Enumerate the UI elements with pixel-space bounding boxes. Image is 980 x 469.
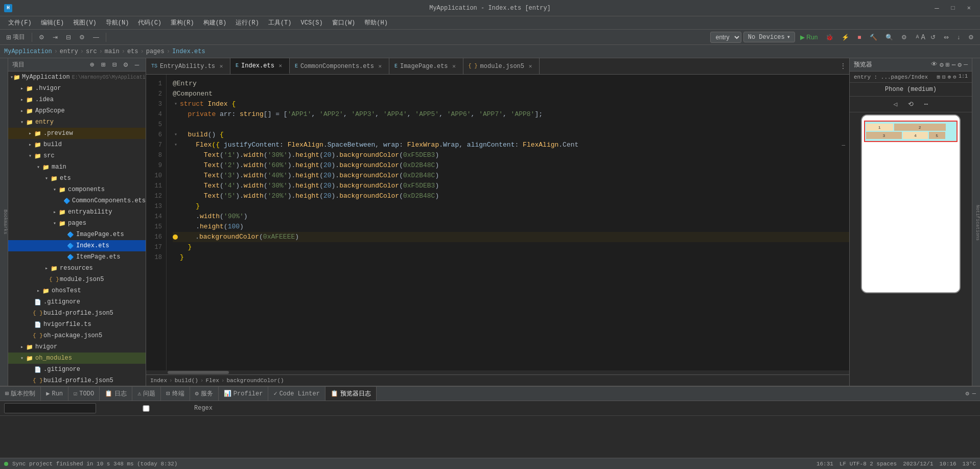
bottom-tab-log[interactable]: 📋 日志 — [100, 387, 132, 401]
preview-grid-icon[interactable]: ⊡ — [942, 74, 946, 80]
breadcrumb-item-ets[interactable]: ets — [127, 48, 138, 55]
bottom-tab-previewlog[interactable]: 📋 预览器日志 — [325, 387, 377, 401]
tab-close-commoncomponents[interactable]: ✕ — [377, 63, 384, 70]
tab-close-indexets[interactable]: ✕ — [277, 62, 284, 69]
breadcrumb-build[interactable]: build() — [175, 378, 198, 384]
fold-btn-3[interactable]: ▾ — [173, 101, 179, 107]
sidebar-settings-btn[interactable]: ⚙ — [121, 60, 130, 69]
menu-view[interactable]: 视图(V) — [69, 17, 101, 28]
indent-btn[interactable]: ⇥ — [50, 32, 61, 43]
build-btn[interactable]: 🔨 — [867, 32, 880, 43]
tree-item-ohostest[interactable]: ▸ 📁 ohosTest — [8, 285, 146, 296]
tree-item-hvigorfile[interactable]: 📄 hvigorfile.ts — [8, 319, 146, 330]
preview-back-btn[interactable]: ◁ — [890, 99, 901, 110]
fold-btn-6[interactable]: ▾ — [173, 132, 179, 138]
bottom-tab-terminal[interactable]: ⊡ 终端 — [161, 387, 190, 401]
bottom-close-btn[interactable]: — — [972, 390, 976, 397]
tree-item-hvigor[interactable]: ▸ 📁 .hvigor — [8, 83, 146, 94]
tab-imagepage[interactable]: E ImagePage.ets ✕ — [389, 58, 463, 74]
preview-1x1-icon[interactable]: ⊞ — [937, 74, 940, 80]
code-editor[interactable]: 12345 678910 1112131415 161718 @Entry @C… — [146, 75, 849, 370]
bottom-tab-vcs[interactable]: ⊞ 版本控制 — [0, 387, 41, 401]
preview-more-menu-btn[interactable]: ⋯ — [921, 99, 932, 110]
preview-settings2-icon[interactable]: ⚙ — [958, 61, 962, 69]
tab-close-modulejson[interactable]: ✕ — [527, 63, 534, 70]
breadcrumb-flex[interactable]: Flex — [205, 378, 219, 384]
horizontal-scrollbar[interactable] — [146, 370, 849, 374]
sidebar-collapse-btn[interactable]: ⊟ — [110, 60, 119, 69]
tree-item-components[interactable]: ▾ 📁 components — [8, 184, 146, 195]
close-btn[interactable]: ✕ — [962, 3, 976, 13]
tree-item-itempage[interactable]: 🔷 ItemPage.ets — [8, 251, 146, 263]
tree-item-entry[interactable]: ▾ 📁 entry — [8, 116, 146, 128]
devices-dropdown[interactable]: No Devices ▾ — [743, 32, 795, 42]
menu-vcs[interactable]: VCS(S) — [296, 18, 326, 28]
preview-settings-icon[interactable]: ⚙ — [940, 61, 944, 69]
stop-btn[interactable]: ■ — [854, 32, 864, 43]
more-btn[interactable]: — — [90, 32, 102, 43]
bottom-tab-codelinter[interactable]: ✓ Code Linter — [268, 387, 325, 401]
preview-layout-icon[interactable]: ⊞ — [946, 61, 950, 69]
tree-item-ohpackage[interactable]: { } oh-package.json5 — [8, 330, 146, 341]
preview-zoomout-icon[interactable]: ⊖ — [953, 74, 956, 80]
tab-commoncomponents[interactable]: E CommonComponents.ets ✕ — [290, 58, 389, 74]
tab-modulejson[interactable]: { } module.json5 ✕ — [463, 58, 540, 74]
scrollbar-thumb[interactable] — [168, 371, 229, 374]
sidebar-close-btn[interactable]: — — [132, 60, 142, 69]
tree-item-resources[interactable]: ▸ 📁 resources — [8, 263, 146, 274]
menu-tools[interactable]: 工具(T) — [264, 17, 296, 28]
run-btn[interactable]: ▶ Run — [797, 32, 821, 43]
tab-close-imagepage[interactable]: ✕ — [451, 63, 458, 70]
breadcrumb-item-src[interactable]: src — [86, 48, 97, 55]
tab-close-entryability[interactable]: ✕ — [218, 63, 225, 70]
tree-item-modulejson[interactable]: { } module.json5 — [8, 274, 146, 285]
sidebar-expand-btn[interactable]: ⊞ — [99, 60, 108, 69]
breadcrumb-index[interactable]: Index — [150, 378, 167, 384]
layout-btn[interactable]: ⊟ — [63, 32, 74, 43]
bottom-tab-service[interactable]: ⚙ 服务 — [190, 387, 219, 401]
menu-window[interactable]: 窗口(W) — [328, 17, 360, 28]
preview-eye-icon[interactable]: 👁 — [931, 61, 938, 69]
entry-dropdown[interactable]: entry — [710, 32, 741, 43]
preview-more-icon[interactable]: ⋯ — [952, 61, 956, 69]
regex-checkbox[interactable] — [100, 405, 192, 412]
tree-item-oh-modules[interactable]: ▾ 📁 oh_modules — [8, 353, 146, 364]
tree-root[interactable]: ▾ 📁 MyApplication E:\HarmonyOS\MyApplica… — [8, 72, 146, 83]
breadcrumb-item-index[interactable]: Index.ets — [172, 48, 205, 55]
mirror-btn[interactable]: ⇔ — [941, 32, 952, 43]
tab-indexets[interactable]: E Index.ets ✕ — [230, 58, 290, 74]
breadcrumb-backgroundcolor[interactable]: backgroundColor() — [226, 378, 284, 384]
tree-item-build[interactable]: ▸ 📁 build — [8, 139, 146, 150]
breadcrumb-item-pages[interactable]: pages — [146, 48, 165, 55]
sidebar-locate-btn[interactable]: ⊕ — [87, 60, 97, 69]
tree-item-main[interactable]: ▾ 📁 main — [8, 161, 146, 173]
tree-item-entryability[interactable]: ▸ 📁 entryability — [8, 206, 146, 218]
debug-btn[interactable]: 🐞 — [823, 32, 836, 43]
project-btn[interactable]: ⊞ 项目 — [3, 32, 28, 43]
tree-item-gitignore1[interactable]: 📄 .gitignore — [8, 296, 146, 308]
tree-item-buildprofile[interactable]: { } build-profile.json5 — [8, 308, 146, 319]
menu-build[interactable]: 构建(B) — [199, 17, 231, 28]
profile-btn[interactable]: ⚡ — [838, 32, 852, 43]
menu-refactor[interactable]: 重构(R) — [167, 17, 198, 28]
tree-item-buildprofile2[interactable]: { } build-profile.json5 — [8, 375, 146, 386]
preview-zoomin-icon[interactable]: ⊕ — [948, 74, 951, 80]
rotate-btn[interactable]: ↺ — [927, 32, 939, 43]
tree-item-gitignore2[interactable]: 📄 .gitignore — [8, 364, 146, 375]
global-config-btn[interactable]: ⚙ — [36, 32, 48, 43]
tree-item-pages[interactable]: ▾ 📁 pages — [8, 218, 146, 229]
search-btn[interactable]: 🔍 — [882, 32, 896, 43]
menu-edit[interactable]: 编辑(E) — [37, 17, 68, 28]
breadcrumb-item-entry[interactable]: entry — [60, 48, 78, 55]
tab-overflow-btn[interactable]: ⋮ — [840, 62, 846, 70]
bottom-settings-btn[interactable]: ⚙ — [966, 390, 969, 397]
bottom-tab-profiler[interactable]: 📊 Profiler — [219, 387, 269, 401]
tree-item-idea[interactable]: ▸ 📁 .idea — [8, 94, 146, 105]
tree-item-src[interactable]: ▾ 📁 src — [8, 150, 146, 161]
regex-checkbox-label[interactable]: Regex — [100, 405, 213, 412]
bottom-tab-problem[interactable]: ⚠ 问题 — [132, 387, 161, 401]
breadcrumb-item-main[interactable]: main — [105, 48, 120, 55]
fold-btn-7[interactable]: ▾ — [173, 142, 179, 148]
menu-run[interactable]: 运行(R) — [231, 17, 263, 28]
preview-rotate-btn[interactable]: ⟲ — [905, 99, 917, 110]
